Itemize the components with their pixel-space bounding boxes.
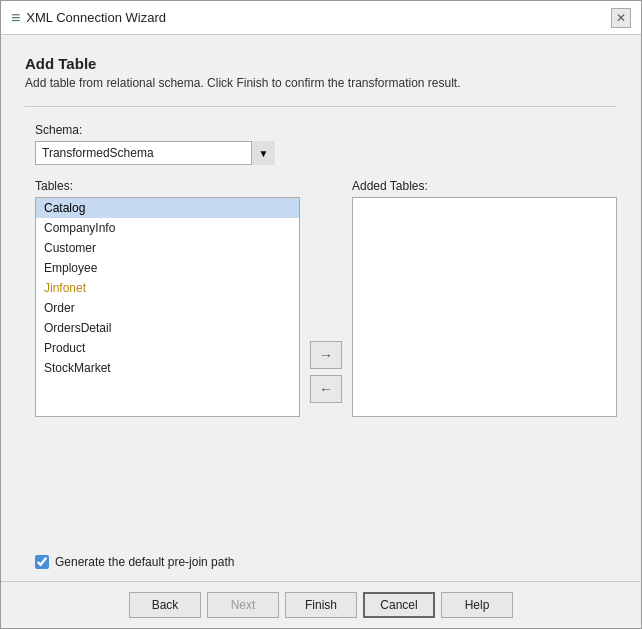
- arrows-column: → ←: [300, 179, 352, 545]
- schema-select-wrapper: TransformedSchema ▼: [35, 141, 275, 165]
- button-bar: Back Next Finish Cancel Help: [1, 581, 641, 628]
- table-item[interactable]: Jinfonet: [36, 278, 299, 298]
- title-bar-left: ≡ XML Connection Wizard: [11, 9, 166, 27]
- tables-area: Tables: CatalogCompanyInfoCustomerEmploy…: [35, 179, 617, 545]
- tables-list[interactable]: CatalogCompanyInfoCustomerEmployeeJinfon…: [35, 197, 300, 417]
- table-item[interactable]: Employee: [36, 258, 299, 278]
- added-tables-column: Added Tables:: [352, 179, 617, 545]
- remove-table-button[interactable]: ←: [310, 375, 342, 403]
- table-item[interactable]: CompanyInfo: [36, 218, 299, 238]
- pre-join-checkbox[interactable]: [35, 555, 49, 569]
- form-area: Schema: TransformedSchema ▼ Tables: Cata…: [25, 123, 617, 569]
- tables-label: Tables:: [35, 179, 300, 193]
- next-button[interactable]: Next: [207, 592, 279, 618]
- pre-join-label: Generate the default pre-join path: [55, 555, 234, 569]
- schema-row: Schema: TransformedSchema ▼: [35, 123, 617, 165]
- main-window: ≡ XML Connection Wizard ✕ Add Table Add …: [0, 0, 642, 629]
- tables-column: Tables: CatalogCompanyInfoCustomerEmploy…: [35, 179, 300, 545]
- table-item[interactable]: Order: [36, 298, 299, 318]
- table-item[interactable]: Customer: [36, 238, 299, 258]
- back-button[interactable]: Back: [129, 592, 201, 618]
- table-item[interactable]: OrdersDetail: [36, 318, 299, 338]
- title-bar: ≡ XML Connection Wizard ✕: [1, 1, 641, 35]
- section-title: Add Table: [25, 55, 617, 72]
- table-item[interactable]: Catalog: [36, 198, 299, 218]
- close-button[interactable]: ✕: [611, 8, 631, 28]
- table-item[interactable]: StockMarket: [36, 358, 299, 378]
- help-button[interactable]: Help: [441, 592, 513, 618]
- added-tables-list[interactable]: [352, 197, 617, 417]
- app-icon: ≡: [11, 9, 20, 27]
- divider: [25, 106, 617, 107]
- schema-label: Schema:: [35, 123, 617, 137]
- content-area: Add Table Add table from relational sche…: [1, 35, 641, 581]
- add-table-button[interactable]: →: [310, 341, 342, 369]
- finish-button[interactable]: Finish: [285, 592, 357, 618]
- checkbox-row: Generate the default pre-join path: [35, 555, 617, 569]
- schema-select[interactable]: TransformedSchema: [35, 141, 275, 165]
- added-tables-label: Added Tables:: [352, 179, 617, 193]
- table-item[interactable]: Product: [36, 338, 299, 358]
- window-title: XML Connection Wizard: [26, 10, 166, 25]
- cancel-button[interactable]: Cancel: [363, 592, 435, 618]
- section-description: Add table from relational schema. Click …: [25, 76, 617, 90]
